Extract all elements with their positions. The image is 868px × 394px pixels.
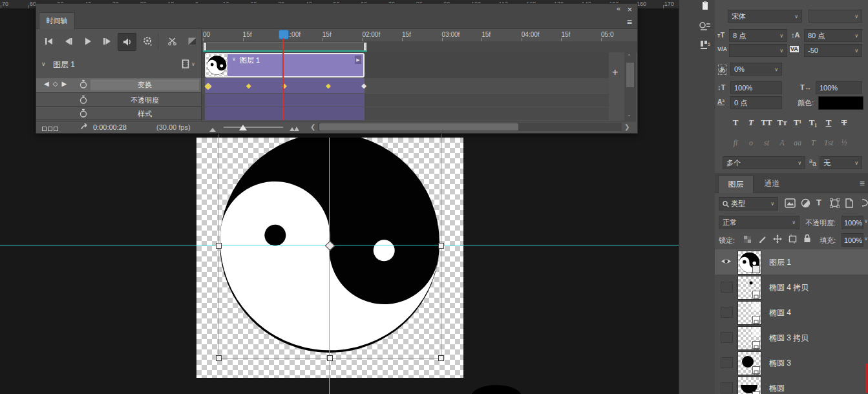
timeline-zoom-slider[interactable] [224,127,283,128]
layer-row[interactable]: 椭圆 [715,375,868,394]
layers-menu-icon[interactable]: ≡ [860,178,865,189]
filter-extra-icon[interactable] [862,198,868,211]
scroll-left-icon[interactable]: ❮ [310,123,315,130]
opacity-field[interactable]: 100% [842,216,863,229]
transition-button[interactable] [184,33,201,50]
keyframe-navigator[interactable]: ◀◇▶ [44,80,70,87]
play-button[interactable] [79,33,96,50]
timeline-vscroll[interactable]: ⌃ ⌄ [624,52,636,121]
filter-smart-objects-icon[interactable] [845,198,854,211]
lock-transparency-icon[interactable] [743,234,752,246]
stopwatch-icon[interactable] [79,79,88,90]
timeline-tab[interactable]: 时间轴 [39,12,75,29]
add-media-button[interactable]: + [612,67,618,78]
glyphs-panel-icon[interactable]: 5 [700,40,710,53]
frame-animation-icon[interactable] [42,125,58,132]
layer-filter-select[interactable]: 类型∨ [719,197,778,211]
titling-alternates-button[interactable]: T [805,138,821,148]
go-to-first-frame-button[interactable] [40,33,58,50]
keyframe-diamond[interactable]: ◆ [246,82,251,89]
leading-select[interactable]: 80 点∨ [804,29,862,42]
transform-handle-bottom-center[interactable] [327,355,333,361]
transform-handle-mid-left[interactable] [216,243,222,249]
font-style-select[interactable]: ∨ [809,10,862,23]
go-to-previous-frame-button[interactable] [59,33,77,50]
library-panel-icon[interactable] [701,1,710,13]
lock-all-icon[interactable] [803,234,811,245]
flip-view-icon[interactable] [80,122,90,132]
baseline-shift-field[interactable]: 0 点 [730,96,782,109]
stopwatch-icon[interactable] [79,95,88,106]
keyframe-diamond[interactable]: ◆ [361,82,366,89]
track-options-dropdown-icon[interactable]: ∨ [191,61,195,67]
layer-thumbnail[interactable] [737,251,761,275]
transform-handle-bottom-left[interactable] [216,355,222,361]
filter-adjustment-layers-icon[interactable] [801,198,810,211]
standard-ligatures-button[interactable]: fi [728,138,743,148]
superscript-button[interactable]: T¹ [790,118,805,128]
keyframe-diamond[interactable]: ◆ [326,82,331,89]
contextual-alternates-button[interactable]: o [743,138,759,148]
layer-row[interactable]: 椭圆 3 拷贝 [715,325,868,351]
stopwatch-icon[interactable] [79,109,88,119]
playhead-marker[interactable] [279,30,289,39]
vertical-scale-field[interactable]: 100% [730,81,782,94]
underline-button[interactable]: T [821,118,836,128]
swash-button[interactable]: A [774,138,790,148]
transform-handle-bottom-right[interactable] [438,355,444,361]
scroll-down-icon[interactable]: ⌄ [627,112,631,118]
layer-visibility-toggle[interactable] [721,382,733,393]
font-family-select[interactable]: 宋体∨ [728,10,802,23]
go-to-next-frame-button[interactable] [98,33,116,50]
scroll-up-icon[interactable]: ⌃ [627,54,631,59]
toggle-audio-button[interactable] [118,33,136,51]
keyframe-diamond[interactable]: ◆ [205,81,211,90]
film-icon[interactable] [181,59,190,70]
layer-thumbnail[interactable] [737,301,761,325]
layer-row[interactable]: 椭圆 3 [715,350,868,376]
layer-thumbnail[interactable] [737,351,761,375]
font-size-select[interactable]: 8 点∨ [729,29,787,42]
fill-field[interactable]: 100% [842,233,863,247]
timeline-menu-icon[interactable]: ≡ [627,18,632,26]
clip-disclosure-icon[interactable]: ∨ [232,56,236,62]
close-panel-icon[interactable]: × [627,5,632,14]
tsume-select[interactable]: 0%∨ [730,63,782,76]
layer-row[interactable]: 椭圆 4 拷贝 [715,275,868,300]
render-settings-button[interactable] [138,33,156,50]
kerning-select[interactable]: ∨ [729,44,787,57]
transform-handle-mid-right[interactable] [438,243,444,249]
text-color-swatch[interactable] [818,96,863,110]
clip-expand-icon[interactable]: ▶ [355,56,361,64]
track-disclosure-icon[interactable]: ∨ [41,61,46,67]
fractions-button[interactable]: ½ [836,138,852,148]
filter-shape-layers-icon[interactable] [830,198,840,211]
tracking-select[interactable]: -50∨ [804,44,862,57]
split-at-playhead-button[interactable] [164,33,181,50]
lock-pixels-icon[interactable] [759,234,767,246]
layer-thumbnail[interactable] [737,377,761,394]
blend-mode-select[interactable]: 正常∨ [719,216,799,229]
layer-visibility-toggle[interactable] [721,332,733,343]
horizontal-scale-field[interactable]: 100% [816,81,862,94]
fill-dropdown-icon[interactable]: ∨ [864,236,868,242]
layer-visibility-toggle[interactable] [721,307,733,318]
zoom-out-icon[interactable] [209,125,216,133]
subscript-button[interactable]: T₁ [805,118,821,128]
anti-alias-select[interactable]: 无∨ [820,156,862,169]
layer-visibility-toggle[interactable] [721,357,733,368]
filter-type-layers-icon[interactable]: T [816,198,821,207]
faux-bold-button[interactable]: T [728,118,743,128]
layer-thumbnail[interactable] [737,326,761,350]
timeline-vscroll-thumb[interactable] [626,63,634,87]
layer-thumbnail[interactable] [737,276,761,300]
small-caps-button[interactable]: Tт [774,118,790,128]
timeline-hscroll-track[interactable] [318,123,622,131]
stylistic-alternates-button[interactable]: aa [790,138,805,148]
tab-layers[interactable]: 图层 [718,175,754,193]
filter-pixel-layers-icon[interactable] [785,198,796,211]
opacity-dropdown-icon[interactable]: ∨ [864,218,868,224]
faux-italic-button[interactable]: T [743,118,759,128]
layer-visibility-toggle[interactable] [721,282,733,293]
styles-panel-icon[interactable] [699,22,711,34]
